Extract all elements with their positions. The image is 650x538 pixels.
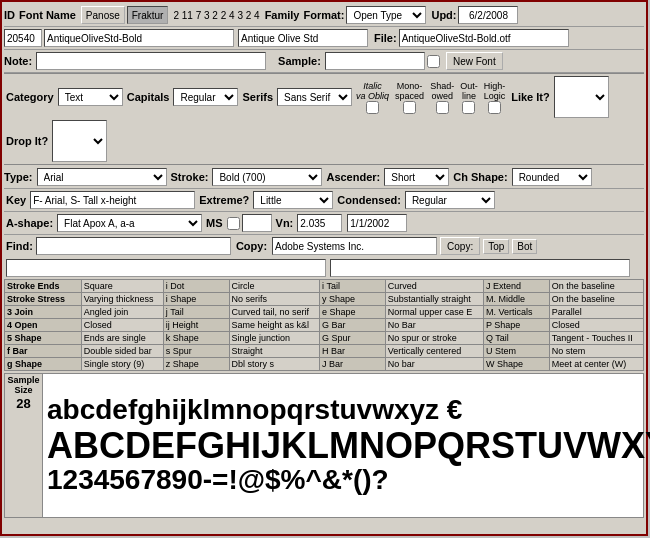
family-name-field[interactable] [238, 29, 368, 47]
strokes-cell-1-3: No serifs [229, 293, 319, 306]
copy-button[interactable]: Copy: [440, 237, 480, 255]
font-fullname-field[interactable] [44, 29, 234, 47]
type-select[interactable]: Arial [37, 168, 167, 186]
strokes-cell-0-5: Curved [385, 280, 483, 293]
key-row: Key Extreme? Little Condensed: Regular [4, 189, 644, 212]
strokes-cell-0-7: On the baseline [549, 280, 643, 293]
strokes-cell-2-2: j Tail [163, 306, 229, 319]
extreme-select[interactable]: Little [253, 191, 333, 209]
type-label: Type: [4, 171, 33, 183]
new-font-button[interactable]: New Font [446, 52, 503, 70]
italic-checkbox[interactable] [366, 101, 379, 114]
find-field[interactable] [36, 237, 231, 255]
strokes-cell-3-3: Same height as k&l [229, 319, 319, 332]
strokes-cell-2-5: Normal upper case E [385, 306, 483, 319]
spaced-label: spaced [395, 91, 424, 101]
serifs-select[interactable]: Sans Serif [277, 88, 352, 106]
ascender-select[interactable]: Short [384, 168, 449, 186]
id-field[interactable] [4, 29, 42, 47]
shadow-checkbox[interactable] [436, 101, 449, 114]
mono-label: Mono- [397, 81, 423, 91]
date-field[interactable] [347, 214, 407, 232]
vn-label: Vn: [276, 217, 294, 229]
outline-checkbox[interactable] [462, 101, 475, 114]
copy-label: Copy: [236, 240, 267, 252]
ashape-label: A-shape: [6, 217, 53, 229]
upd-label: Upd: [431, 9, 456, 21]
ashape-select[interactable]: Flat Apox A, a-a [57, 214, 202, 232]
category-select[interactable]: Text [58, 88, 123, 106]
format-select[interactable]: Open Type [346, 6, 426, 24]
note-field[interactable] [36, 52, 266, 70]
bot-button[interactable]: Bot [512, 239, 537, 254]
strokes-cell-5-2: s Spur [163, 345, 229, 358]
num-sequence: 2 11 7 3 2 2 4 3 2 4 [173, 10, 259, 21]
strokes-cell-0-6: J Extend [484, 280, 550, 293]
sample-line2: ABCDEFGHIJKLMNOPQRSTUVWXYZ [47, 426, 650, 466]
family-label: Family [265, 9, 300, 21]
key-field[interactable] [30, 191, 195, 209]
ms-checkbox[interactable] [227, 217, 240, 230]
strokes-cell-4-5: No spur or stroke [385, 332, 483, 345]
fraktur-button[interactable]: Fraktur [127, 6, 169, 24]
strokes-cell-1-0: Stroke Stress [5, 293, 82, 306]
top-button[interactable]: Top [483, 239, 509, 254]
category-row: Category Text Capitals Regular Serifs Sa… [4, 73, 644, 165]
ch-shape-select[interactable]: Rounded [512, 168, 592, 186]
strokes-cell-2-1: Angled join [81, 306, 163, 319]
sample-size-label: Sample Size 28 [7, 376, 40, 411]
strokes-cell-4-6: Q Tail [484, 332, 550, 345]
vn-field[interactable] [297, 214, 342, 232]
like-select[interactable] [554, 76, 609, 118]
strokes-cell-3-5: No Bar [385, 319, 483, 332]
type-row: Type: Arial Stroke: Bold (700) Ascender:… [4, 166, 644, 189]
sample-field[interactable] [325, 52, 425, 70]
panose-button[interactable]: Panose [81, 6, 125, 24]
strokes-cell-0-1: Square [81, 280, 163, 293]
strokes-cell-4-0: 5 Shape [5, 332, 82, 345]
italic-label: Italic [363, 81, 382, 91]
strokes-cell-6-6: W Shape [484, 358, 550, 371]
font-name-label: Font Name [19, 9, 76, 21]
strokes-cell-0-2: i Dot [163, 280, 229, 293]
main-container: ID Font Name Panose Fraktur 2 11 7 3 2 2… [0, 0, 648, 536]
file-field[interactable] [399, 29, 569, 47]
strokes-cell-4-4: G Spur [320, 332, 386, 345]
condensed-select[interactable]: Regular [405, 191, 495, 209]
note-label: Note: [4, 55, 32, 67]
strokes-cell-4-7: Tangent - Touches II [549, 332, 643, 345]
drop-label: Drop It? [6, 135, 48, 147]
strokes-cell-3-2: ij Height [163, 319, 229, 332]
mono-checkbox[interactable] [403, 101, 416, 114]
strokes-cell-4-3: Single junction [229, 332, 319, 345]
copy-field[interactable] [272, 237, 437, 255]
strokes-cell-2-7: Parallel [549, 306, 643, 319]
strokes-cell-2-4: e Shape [320, 306, 386, 319]
capitals-label: Capitals [127, 91, 170, 103]
strokes-cell-6-7: Meet at center (W) [549, 358, 643, 371]
sample-checkbox[interactable] [427, 55, 440, 68]
logic-label: Logic [484, 91, 506, 101]
serifs-label: Serifs [242, 91, 273, 103]
stroke-select[interactable]: Bold (700) [212, 168, 322, 186]
strokes-cell-5-5: Vertically centered [385, 345, 483, 358]
key-label: Key [6, 194, 26, 206]
ms-field[interactable] [242, 214, 272, 232]
shad-label: Shad- [430, 81, 454, 91]
strokes-cell-1-6: M. Middle [484, 293, 550, 306]
header-row2: File: [4, 27, 644, 50]
strokes-cell-5-7: No stem [549, 345, 643, 358]
strokes-cell-1-1: Varying thickness [81, 293, 163, 306]
drop-select[interactable] [52, 120, 107, 162]
like-label: Like It? [511, 91, 550, 103]
sample-text-area: abcdefghijklmnopqrstuvwxyz € ABCDEFGHIJK… [43, 374, 650, 517]
capitals-select[interactable]: Regular [173, 88, 238, 106]
highlogic-checkbox[interactable] [488, 101, 501, 114]
sample-label-text: Sample Size [7, 376, 40, 396]
sample-size-number: 28 [7, 396, 40, 411]
upd-date-field[interactable]: 6/2/2008 [458, 6, 518, 24]
strokes-cell-0-4: i Tail [320, 280, 386, 293]
strokes-cell-1-2: i Shape [163, 293, 229, 306]
strokes-cell-3-6: P Shape [484, 319, 550, 332]
ascender-label: Ascender: [326, 171, 380, 183]
